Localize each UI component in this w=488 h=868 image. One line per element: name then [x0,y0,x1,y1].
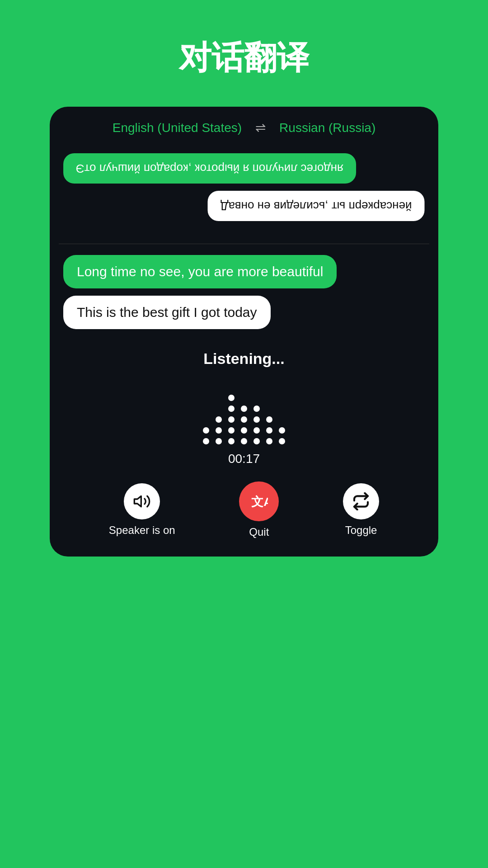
speaker-label: Speaker is on [109,524,175,537]
dot [228,395,235,401]
dot [228,427,235,434]
chat-area-bottom: Long time no see, you are more beautiful… [50,244,438,336]
dot [266,438,272,444]
source-language[interactable]: English (United States) [113,121,242,135]
quit-button[interactable]: 文A [239,481,279,521]
toggle-control: Toggle [343,483,379,537]
recording-timer: 00:17 [228,452,260,466]
dot [216,416,222,423]
dot [241,438,247,444]
wave-col-1 [203,427,209,444]
listening-status: Listening... [203,350,284,368]
controls-bar: Speaker is on 文A Quit [50,477,438,552]
wave-col-3 [228,395,235,444]
toggle-button[interactable] [343,483,379,519]
page-title: 对话翻译 [179,36,309,80]
target-language[interactable]: Russian (Russia) [279,121,375,135]
dot [253,406,260,412]
listening-section: Listening... [50,336,438,557]
dot [203,427,209,434]
wave-col-2 [216,416,222,444]
wave-col-5 [253,406,260,444]
dot [241,406,247,412]
message-bubble-white: This is the best gift I got today [63,296,271,329]
dot [253,427,260,434]
dot [241,416,247,423]
dot [266,416,272,423]
dot [216,438,222,444]
dot [279,427,285,434]
message-bubble-green: Long time no see, you are more beautiful [63,255,337,288]
dot [203,438,209,444]
dot [241,427,247,434]
language-bar: English (United States) ⇌ Russian (Russi… [50,107,438,144]
dot [266,427,272,434]
swap-languages-icon[interactable]: ⇌ [255,120,266,135]
toggle-label: Toggle [345,524,377,537]
svg-marker-0 [135,496,141,506]
dot [253,438,260,444]
dot [228,406,235,412]
quit-control: 文A Quit [239,481,279,538]
translator-card: English (United States) ⇌ Russian (Russi… [50,107,438,557]
dot [228,438,235,444]
wave-col-6 [266,416,272,444]
speaker-button[interactable] [124,483,160,519]
dot [279,438,285,444]
waveform [203,381,285,444]
dot [253,416,260,423]
speaker-control: Speaker is on [109,483,175,537]
speaker-icon [133,492,151,510]
wave-col-4 [241,406,247,444]
svg-text:文A: 文A [252,495,268,509]
dot [216,427,222,434]
flipped-bubble-white: Давно не виделись, ты прекрасней [208,191,425,221]
flipped-bubble-green: Это лучший подарок, который я получил се… [63,153,356,184]
chat-area-top: Это лучший подарок, который я получил се… [50,144,438,244]
toggle-icon [352,492,370,510]
wave-col-7 [279,427,285,444]
translate-icon: 文A [250,492,268,510]
dot [228,416,235,423]
quit-label: Quit [249,526,269,538]
